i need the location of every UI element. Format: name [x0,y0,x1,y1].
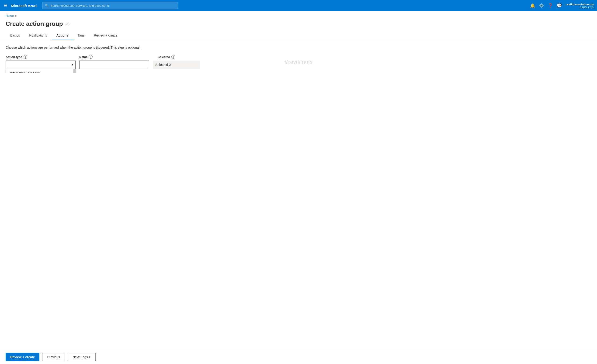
settings-gear-icon[interactable]: ⚙️ [539,3,544,8]
action-type-column-header: Action type i [6,55,76,59]
page-header: Create action group ··· [0,18,597,28]
feedback-icon[interactable]: 💬 [557,3,562,8]
search-input[interactable] [51,4,175,8]
action-type-dropdown-list: Automation Runbook Azure Function Event … [6,69,76,73]
selected-column-header: Selected i [158,55,175,59]
breadcrumb-separator: › [15,14,16,17]
tab-basics[interactable]: Basics [6,31,24,40]
tenant-label: DEFAULT DI [580,6,594,9]
help-circle-icon[interactable]: ❓ [548,3,553,8]
action-type-info-icon[interactable]: i [24,55,27,59]
dropdown-item-automation-runbook[interactable]: Automation Runbook [6,69,75,73]
dropdown-chevron-icon: ▾ [71,63,73,66]
action-type-dropdown-wrapper: ▾ Automation Runbook Azure Function Even… [6,61,76,69]
tab-actions[interactable]: Actions [52,31,73,40]
page-title-menu-icon[interactable]: ··· [66,21,71,27]
name-column-header: Name i [79,55,154,59]
action-name-input[interactable] [79,61,149,69]
selected-info-icon[interactable]: i [171,55,175,59]
column-headers: Action type i Name i Selected i [6,55,591,59]
topbar-icons: 🔔 ⚙️ ❓ 💬 ravikiransrinivasulu DEFAULT DI [530,3,594,9]
tabs-container: Basics Notifications Actions Tags Review… [0,28,597,40]
action-type-dropdown-button[interactable]: ▾ [6,61,76,69]
page-description: Choose which actions are performed when … [6,46,591,49]
dropdown-list-inner: Automation Runbook Azure Function Event … [6,69,75,73]
input-row: ▾ Automation Runbook Azure Function Even… [6,61,591,69]
notifications-bell-icon[interactable]: 🔔 [530,3,535,8]
search-box[interactable]: 🔍 [42,2,177,9]
selected-count: Selected 0 [155,63,171,67]
user-profile[interactable]: ravikiransrinivasulu DEFAULT DI [566,3,594,9]
name-info-icon[interactable]: i [89,55,93,59]
main-content: Choose which actions are performed when … [0,40,597,73]
actions-form: Action type i Name i Selected i ▾ [6,55,591,69]
breadcrumb: Home › [0,11,597,18]
search-icon: 🔍 [45,4,49,8]
tab-tags[interactable]: Tags [73,31,89,40]
selected-value-display: Selected 0 [153,61,200,69]
username-label: ravikiransrinivasulu [566,3,594,6]
tab-review-create[interactable]: Review + create [89,31,122,40]
brand-name: Microsoft Azure [11,4,38,8]
dropdown-scrollbar-thumb [73,69,75,73]
topbar: ☰ Microsoft Azure 🔍 🔔 ⚙️ ❓ 💬 ravikiransr… [0,0,597,11]
dropdown-scrollbar[interactable] [73,69,75,73]
tab-notifications[interactable]: Notifications [24,31,52,40]
hamburger-icon[interactable]: ☰ [3,2,8,9]
breadcrumb-home[interactable]: Home [6,14,14,17]
page-title: Create action group [6,20,63,28]
